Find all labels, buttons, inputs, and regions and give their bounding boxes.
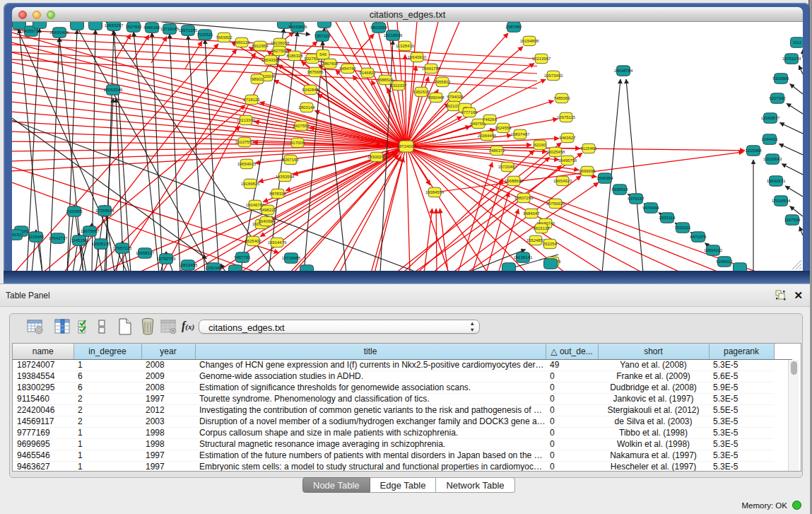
svg-text:2087682: 2087682 [505, 25, 522, 29]
svg-text:10654112: 10654112 [704, 248, 723, 252]
svg-text:9245612: 9245612 [716, 259, 733, 264]
svg-text:9115460: 9115460 [581, 146, 598, 151]
svg-text:20756928: 20756928 [546, 201, 565, 206]
svg-text:8454749: 8454749 [339, 66, 356, 71]
svg-text:8990448: 8990448 [428, 95, 445, 100]
svg-text:39151: 39151 [12, 233, 22, 237]
svg-text:16640910: 16640910 [408, 55, 427, 59]
svg-text:17359914: 17359914 [95, 209, 114, 213]
svg-text:98901: 98901 [252, 77, 264, 81]
svg-text:9227342: 9227342 [769, 96, 786, 100]
svg-text:6379197: 6379197 [628, 197, 645, 201]
svg-text:8938918: 8938918 [611, 187, 628, 192]
svg-text:7955812: 7955812 [434, 80, 451, 84]
svg-text:19384554: 19384554 [425, 190, 445, 194]
svg-text:18226058: 18226058 [271, 41, 290, 45]
svg-text:9474444: 9474444 [642, 206, 659, 210]
svg-text:8960124: 8960124 [233, 40, 250, 45]
svg-text:15720407: 15720407 [498, 165, 517, 169]
svg-text:19218506: 19218506 [384, 33, 403, 37]
svg-text:11325419: 11325419 [396, 44, 415, 48]
svg-text:14136141: 14136141 [514, 255, 533, 259]
svg-text:1145196: 1145196 [71, 238, 88, 243]
svg-text:16543382: 16543382 [261, 58, 281, 62]
svg-text:10719185: 10719185 [160, 27, 180, 31]
svg-text:1215682: 1215682 [28, 235, 45, 239]
svg-text:9684047: 9684047 [523, 211, 540, 216]
svg-text:12823485: 12823485 [179, 263, 198, 267]
svg-text:2867608: 2867608 [322, 62, 339, 66]
svg-text:15716485: 15716485 [282, 256, 301, 260]
svg-text:8813054: 8813054 [370, 25, 387, 30]
svg-text:13975887: 13975887 [81, 229, 100, 233]
svg-text:3215958: 3215958 [745, 148, 762, 153]
svg-text:9242848: 9242848 [302, 88, 319, 92]
svg-text:18300295: 18300295 [367, 155, 387, 159]
svg-text:20364456: 20364456 [478, 134, 497, 138]
svg-text:15751074: 15751074 [782, 57, 801, 61]
svg-text:3624554: 3624554 [495, 126, 512, 130]
svg-text:6794028: 6794028 [447, 95, 464, 99]
svg-text:746266: 746266 [483, 117, 498, 122]
svg-text:6466160: 6466160 [143, 25, 160, 30]
svg-text:12213967: 12213967 [532, 57, 551, 61]
svg-text:9463627: 9463627 [559, 136, 576, 140]
svg-text:8878334: 8878334 [269, 192, 286, 196]
svg-text:3875685: 3875685 [307, 70, 324, 74]
svg-text:2020655: 2020655 [66, 209, 83, 214]
svg-text:546: 546 [319, 52, 327, 57]
svg-text:1640954: 1640954 [596, 176, 613, 180]
svg-text:17016504: 17016504 [772, 199, 791, 203]
svg-text:9827503: 9827503 [271, 49, 288, 53]
svg-text:8186328: 8186328 [286, 54, 303, 58]
svg-text:9777169: 9777169 [461, 110, 478, 115]
svg-text:17957225: 17957225 [113, 246, 132, 250]
svg-text:19654915: 19654915 [237, 162, 257, 166]
svg-text:8912954: 8912954 [252, 44, 269, 48]
svg-text:1527602: 1527602 [125, 25, 142, 29]
svg-text:7625402: 7625402 [245, 239, 261, 243]
svg-text:8471676: 8471676 [690, 235, 707, 239]
svg-text:12213369: 12213369 [237, 118, 256, 122]
svg-text:16648784: 16648784 [614, 69, 633, 73]
svg-text:9329906: 9329906 [772, 76, 789, 81]
svg-text:18724007: 18724007 [397, 144, 416, 148]
svg-text:1588520: 1588520 [377, 78, 394, 82]
svg-text:16782759: 16782759 [157, 257, 176, 261]
svg-text:18807269: 18807269 [514, 196, 534, 200]
svg-text:7515521: 7515521 [196, 33, 213, 37]
svg-text:2718120: 2718120 [243, 98, 260, 102]
svg-text:16961758: 16961758 [422, 66, 441, 71]
svg-text:14055724: 14055724 [22, 29, 41, 33]
svg-text:20691406: 20691406 [50, 30, 69, 35]
svg-text:10688609: 10688609 [505, 179, 524, 183]
svg-text:9699695: 9699695 [579, 169, 596, 173]
svg-text:10807487: 10807487 [511, 132, 530, 136]
svg-text:8427552: 8427552 [293, 124, 310, 128]
svg-text:12505135: 12505135 [92, 242, 111, 246]
svg-text:15692971: 15692971 [767, 179, 786, 183]
svg-text:5498222: 5498222 [259, 208, 276, 212]
svg-text:12093877: 12093877 [761, 116, 780, 120]
svg-text:8267150: 8267150 [282, 158, 299, 162]
svg-text:7486372: 7486372 [488, 148, 505, 153]
svg-text:1615132: 1615132 [533, 226, 550, 230]
svg-text:16495756: 16495756 [558, 158, 577, 163]
svg-text:12975115: 12975115 [557, 115, 576, 119]
svg-text:10973493: 10973493 [544, 74, 563, 78]
svg-text:10958117: 10958117 [136, 251, 155, 255]
svg-text:7485063: 7485063 [553, 96, 570, 100]
svg-text:19654923: 19654923 [553, 179, 572, 183]
svg-text:252254: 252254 [543, 242, 558, 246]
svg-text:2933114: 2933114 [659, 216, 676, 220]
svg-text:917006: 917006 [290, 141, 305, 145]
svg-text:20053346: 20053346 [104, 88, 123, 92]
svg-text:16914479: 16914479 [268, 240, 287, 245]
svg-text:16154808: 16154808 [520, 39, 539, 43]
svg-text:7632621: 7632621 [674, 226, 691, 230]
svg-text:1112: 1112 [793, 40, 802, 45]
svg-text:10025458: 10025458 [546, 150, 565, 154]
svg-text:10653267: 10653267 [105, 23, 124, 28]
svg-text:9457791: 9457791 [234, 255, 251, 259]
svg-text:1322037: 1322037 [390, 83, 407, 88]
